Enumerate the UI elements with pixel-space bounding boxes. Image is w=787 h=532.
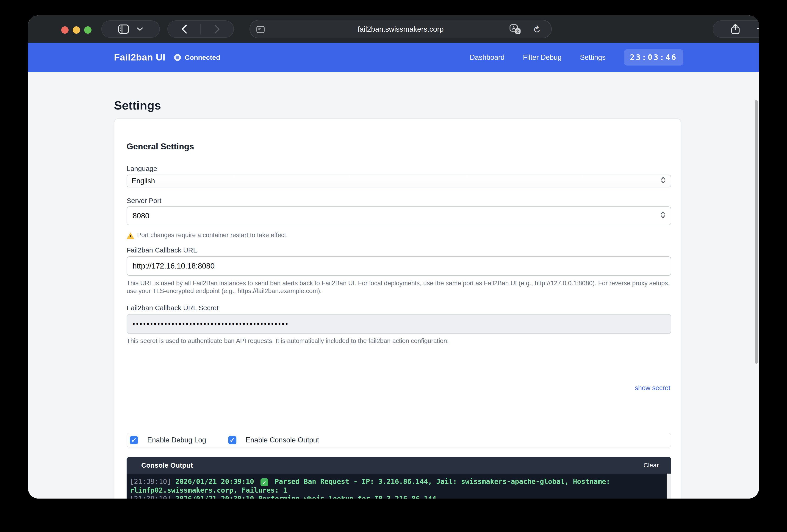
- language-select-value: English: [132, 177, 155, 185]
- toolbar-right-group: +: [713, 20, 759, 38]
- history-nav-group: [167, 20, 234, 38]
- nav-item-dashboard[interactable]: Dashboard: [470, 53, 505, 62]
- browser-toolbar: fail2ban.swissmakers.corp A文 ↻ +: [28, 15, 759, 43]
- console-line: [21:39:10] 2026/01/21 20:39:10 Performin…: [130, 494, 657, 498]
- warning-icon: !: [127, 232, 134, 239]
- browser-window: fail2ban.swissmakers.corp A文 ↻ + Fail2ba…: [28, 15, 759, 498]
- console-panel: Console Output Clear [21:39:10] 2026/01/…: [127, 457, 671, 498]
- language-label: Language: [127, 165, 157, 173]
- console-output-checkbox[interactable]: ✓: [228, 436, 236, 444]
- chevron-down-icon[interactable]: [137, 27, 143, 31]
- secret-label: Fail2ban Callback URL Secret: [127, 304, 218, 312]
- callback-url-label: Fail2ban Callback URL: [127, 246, 197, 254]
- translate-icon[interactable]: A文: [510, 20, 522, 39]
- sidebar-toggle-group: [101, 20, 160, 38]
- select-chevrons-icon: [660, 211, 666, 221]
- window-close-button[interactable]: [61, 26, 68, 34]
- console-scrollbar-track[interactable]: [666, 473, 671, 498]
- connection-status-label: Connected: [185, 53, 220, 61]
- window-zoom-button[interactable]: [84, 26, 91, 34]
- page-title: Settings: [114, 98, 161, 112]
- forward-button[interactable]: [214, 24, 220, 34]
- page-content: Settings General Settings Language Engli…: [28, 72, 759, 498]
- connection-status-icon: [174, 54, 181, 61]
- console-line: [21:39:10] 2026/01/21 20:39:10 ✓ Parsed …: [130, 477, 657, 494]
- clock-badge: 23:03:46: [624, 49, 683, 66]
- secret-masked-value: ••••••••••••••••••••••••••••••••••••••••…: [132, 320, 289, 328]
- sidebar-icon[interactable]: [118, 24, 129, 34]
- debug-log-checkbox[interactable]: ✓: [130, 436, 138, 444]
- svg-text:文: 文: [516, 29, 519, 33]
- server-port-value: 8080: [132, 212, 149, 220]
- address-bar[interactable]: fail2ban.swissmakers.corp A文 ↻: [250, 20, 552, 38]
- check-icon: ✓: [260, 479, 268, 486]
- language-select[interactable]: English: [127, 175, 671, 187]
- console-header: Console Output Clear: [127, 457, 671, 473]
- secret-input[interactable]: ••••••••••••••••••••••••••••••••••••••••…: [127, 314, 671, 334]
- back-button[interactable]: [181, 24, 187, 34]
- select-chevrons-icon: [661, 176, 666, 185]
- nav-item-settings[interactable]: Settings: [580, 53, 605, 62]
- callback-url-input[interactable]: http://172.16.10.18:8080: [127, 257, 671, 275]
- debug-log-label: Enable Debug Log: [147, 436, 206, 444]
- callback-url-description: This URL is used by all Fail2Ban instanc…: [127, 279, 671, 295]
- server-port-label: Server Port: [127, 197, 162, 205]
- server-port-select[interactable]: 8080: [127, 206, 671, 225]
- divider: [200, 24, 201, 35]
- general-settings-card: General Settings Language English Server…: [114, 118, 681, 498]
- svg-text:A: A: [512, 25, 515, 30]
- console-clear-button[interactable]: Clear: [643, 462, 659, 469]
- show-secret-link[interactable]: show secret: [635, 384, 670, 392]
- port-warning: !Port changes require a container restar…: [127, 231, 671, 239]
- window-minimize-button[interactable]: [73, 26, 80, 34]
- toggle-row: ✓ Enable Debug Log ✓ Enable Console Outp…: [127, 433, 671, 447]
- app-title: Fail2ban UI: [114, 52, 165, 63]
- card-heading: General Settings: [127, 142, 194, 151]
- secret-description: This secret is used to authenticate ban …: [127, 337, 671, 345]
- url-text: fail2ban.swissmakers.corp: [250, 25, 551, 34]
- share-icon[interactable]: [731, 24, 740, 35]
- console-output-label: Enable Console Output: [246, 436, 319, 444]
- app-navbar: Fail2ban UI Connected Dashboard Filter D…: [28, 43, 759, 72]
- page-scrollbar-thumb[interactable]: [755, 100, 758, 363]
- console-title: Console Output: [141, 461, 193, 469]
- console-log[interactable]: [21:39:10] 2026/01/21 20:39:10 ✓ Parsed …: [127, 473, 671, 498]
- new-tab-icon[interactable]: +: [757, 22, 759, 35]
- callback-url-value: http://172.16.10.18:8080: [132, 262, 215, 270]
- nav-item-filter-debug[interactable]: Filter Debug: [523, 53, 561, 62]
